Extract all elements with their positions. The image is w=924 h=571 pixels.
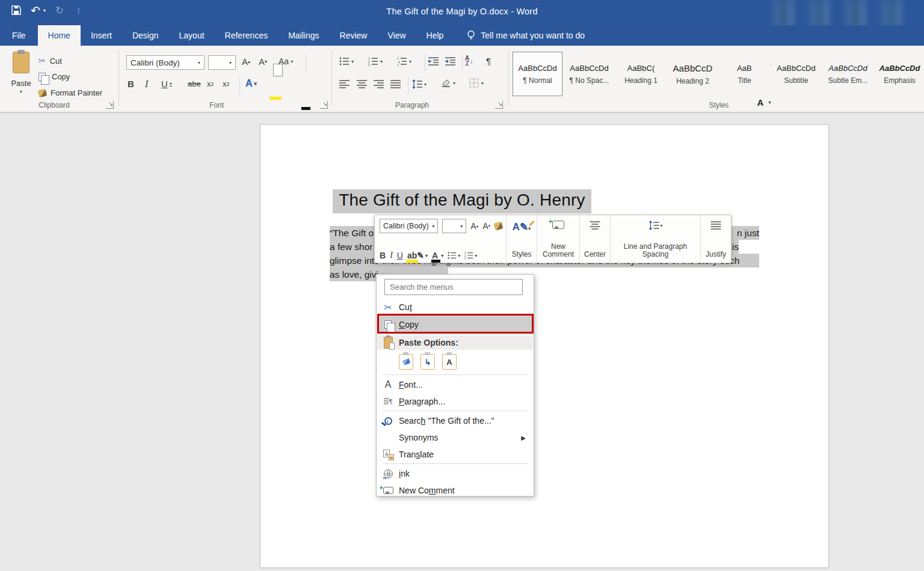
shrink-font-button[interactable]: A▾	[259, 56, 267, 67]
font-icon: A	[385, 379, 392, 390]
mini-grow-font-button[interactable]: A▴	[470, 221, 478, 231]
context-menu-search-input[interactable]	[384, 279, 523, 295]
sort-button[interactable]: AZ ↓	[465, 55, 473, 66]
increase-indent-button[interactable]	[445, 56, 455, 66]
mini-new-comment-button[interactable]: + New Comment	[537, 215, 579, 263]
mini-formatting-toolbar: Calibri (Body)▾ ▾ A▴ A▾ B I U ab✎▾ A▾ ▾	[374, 215, 732, 263]
context-menu: ✂ Cut Copy Paste Options: ↳ A A Font... …	[376, 274, 534, 496]
numbering-icon: 123	[368, 56, 378, 66]
change-case-button[interactable]: Aa▾	[279, 56, 293, 66]
mini-center-button[interactable]: Center	[579, 215, 610, 263]
shading-button[interactable]: ▾	[441, 78, 455, 88]
style-heading2[interactable]: AaBbCcD Heading 2	[668, 52, 718, 96]
mini-justify-button[interactable]: Justify	[700, 215, 731, 263]
tab-file[interactable]: File	[0, 25, 38, 46]
font-size-combo[interactable]: ▾	[208, 55, 236, 70]
align-left-button[interactable]	[339, 79, 350, 89]
multilevel-list-button[interactable]: 1a1 ▾	[397, 56, 411, 66]
mini-format-painter-button[interactable]	[494, 222, 502, 230]
mini-highlight-button[interactable]: ab✎▾	[407, 251, 428, 260]
tab-mailings[interactable]: Mailings	[278, 25, 329, 46]
bold-button[interactable]: B	[128, 79, 134, 89]
mini-numbering-button[interactable]: 123 ▾	[464, 251, 477, 260]
superscript-button[interactable]: x2	[223, 79, 230, 88]
format-painter-button[interactable]: Format Painter	[38, 88, 102, 97]
paste-keep-text-only-button[interactable]: A	[442, 354, 457, 370]
decrease-indent-button[interactable]	[428, 56, 439, 66]
style-emphasis[interactable]: AaBbCcDd Emphasis	[875, 52, 924, 96]
style-title[interactable]: AaB Title	[719, 52, 769, 96]
subscript-button[interactable]: x2	[207, 79, 214, 88]
mini-line-spacing-button[interactable]: ▾ Line and Paragraph Spacing	[610, 215, 700, 263]
context-menu-item-link[interactable]: ∞ ink	[377, 465, 533, 482]
text-effects-button[interactable]: A▾	[245, 78, 257, 89]
context-menu-item-cut[interactable]: ✂ Cut	[377, 299, 533, 316]
paragraph-group-label: Paragraph	[382, 101, 442, 109]
cut-icon: ✂	[384, 302, 392, 313]
paste-keep-source-formatting-button[interactable]	[399, 354, 413, 370]
tell-me-box[interactable]: Tell me what you want to do	[467, 25, 585, 46]
italic-button[interactable]: I	[145, 79, 148, 90]
mini-bullets-icon	[448, 251, 457, 260]
tab-layout[interactable]: Layout	[169, 25, 215, 46]
clipboard-dialog-launcher-icon[interactable]: ↘	[106, 101, 114, 109]
mini-font-color-button[interactable]: A▾	[432, 251, 443, 260]
mini-bold-button[interactable]: B	[380, 251, 386, 260]
align-right-button[interactable]	[374, 79, 384, 89]
tab-references[interactable]: References	[215, 25, 279, 46]
context-menu-item-new-comment[interactable]: + New Comment	[377, 482, 533, 499]
style-subtle-emphasis[interactable]: AaBbCcDd Subtle Em...	[823, 52, 873, 96]
mini-font-name-combo[interactable]: Calibri (Body)▾	[380, 219, 438, 233]
underline-button[interactable]: U▾	[161, 79, 172, 89]
copy-label: Copy	[52, 72, 70, 81]
paste-clipboard-icon	[13, 52, 29, 73]
align-center-icon	[357, 79, 367, 89]
mini-bullets-button[interactable]: ▾	[448, 251, 460, 260]
document-title-selected-text[interactable]: The Gift of the Magi by O. Henry	[333, 189, 591, 213]
font-name-combo[interactable]: Calibri (Body) ▾	[126, 55, 205, 70]
style-normal[interactable]: AaBbCcDd ¶ Normal	[513, 52, 562, 96]
cut-button[interactable]: ✂ Cut	[38, 56, 62, 66]
borders-button[interactable]: ▾	[469, 78, 484, 88]
tab-insert[interactable]: Insert	[81, 25, 122, 46]
bullets-button[interactable]: ▾	[339, 56, 354, 66]
mini-underline-button[interactable]: U	[397, 251, 403, 260]
numbering-button[interactable]: 123 ▾	[368, 56, 383, 66]
context-menu-item-copy[interactable]: Copy	[377, 316, 533, 334]
mini-font-size-combo[interactable]: ▾	[442, 219, 466, 233]
copy-button[interactable]: Copy	[38, 72, 70, 81]
paragraph-dialog-launcher-icon[interactable]: ↘	[495, 101, 503, 109]
font-dialog-launcher-icon[interactable]: ↘	[320, 101, 328, 109]
svg-text:3: 3	[464, 257, 466, 260]
context-menu-item-paragraph[interactable]: ¶ Paragraph...	[377, 393, 533, 410]
tab-home[interactable]: Home	[38, 25, 81, 46]
tab-design[interactable]: Design	[122, 25, 169, 46]
strikethrough-button[interactable]: abe	[188, 79, 201, 88]
context-menu-item-synonyms[interactable]: Synonyms ▶	[377, 429, 533, 446]
format-painter-label: Format Painter	[51, 88, 102, 97]
paste-merge-formatting-button[interactable]: ↳	[420, 354, 435, 370]
tab-view[interactable]: View	[377, 25, 416, 46]
tab-help[interactable]: Help	[416, 25, 454, 46]
paste-button[interactable]: Paste ▾	[7, 52, 35, 101]
tab-review[interactable]: Review	[330, 25, 378, 46]
font-size-dropdown-icon: ▾	[229, 60, 232, 66]
context-menu-item-font[interactable]: A Font...	[377, 376, 533, 393]
align-center-button[interactable]	[357, 79, 367, 89]
show-hide-pilcrow-button[interactable]: ¶	[486, 56, 491, 66]
justify-button[interactable]	[390, 79, 401, 89]
mini-shrink-font-button[interactable]: A▾	[482, 221, 490, 231]
line-spacing-button[interactable]: ▾	[412, 79, 427, 89]
context-menu-item-search[interactable]: i Search "The Gift of the..."	[377, 412, 533, 429]
style-subtitle[interactable]: AaBbCcDd Subtitle	[771, 52, 821, 96]
style-heading1[interactable]: AaBbC( Heading 1	[616, 52, 666, 96]
style-no-spacing[interactable]: AaBbCcDd ¶ No Spac...	[564, 52, 614, 96]
grow-font-button[interactable]: A▴	[242, 56, 250, 67]
context-menu-item-translate[interactable]: aæ Translate	[377, 446, 533, 463]
paste-label: Paste	[11, 79, 31, 88]
paste-dropdown-icon[interactable]: ▾	[20, 89, 22, 94]
mini-italic-button[interactable]: I	[390, 251, 393, 260]
mini-styles-button[interactable]: A✎▾ Styles	[506, 215, 537, 263]
merge-formatting-icon: ↳	[425, 358, 431, 367]
multilevel-list-icon: 1a1	[397, 56, 407, 66]
